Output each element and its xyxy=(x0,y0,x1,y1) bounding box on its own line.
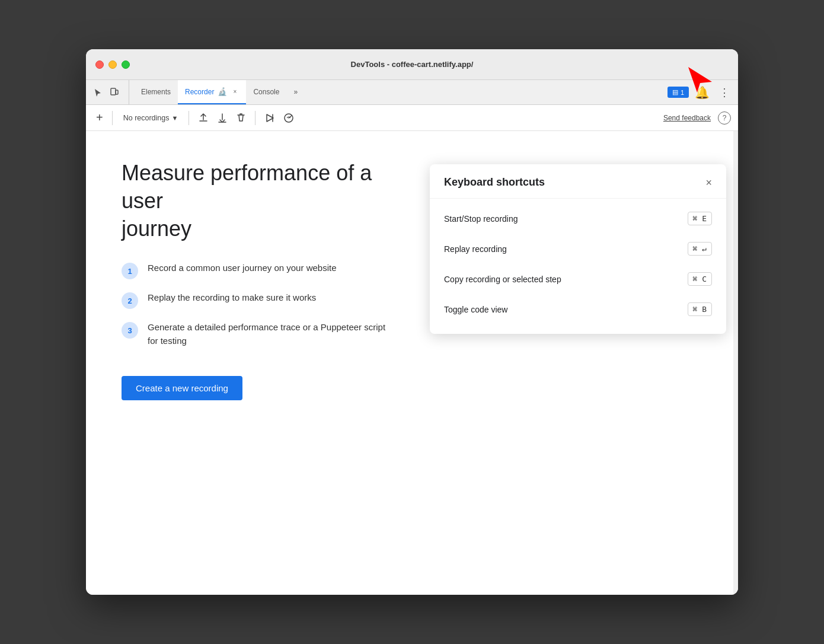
recorder-tab-label: Recorder xyxy=(185,88,214,96)
step-number-3: 3 xyxy=(122,322,138,339)
badge-icon: ▤ xyxy=(672,88,678,96)
tab-elements[interactable]: Elements xyxy=(134,80,178,104)
toolbar-divider-1 xyxy=(112,111,113,125)
trash-icon xyxy=(236,113,246,123)
shortcuts-header: Keyboard shortcuts × xyxy=(430,164,726,199)
shortcut-label-1: Start/Stop recording xyxy=(444,214,518,224)
recorder-toolbar: + No recordings ▼ xyxy=(86,105,738,131)
toolbar-right: Send feedback ? xyxy=(661,111,731,125)
toolbar-divider-3 xyxy=(255,111,255,125)
shortcut-row-1: Start/Stop recording ⌘ E xyxy=(430,203,726,234)
help-button[interactable]: ? xyxy=(718,111,731,125)
scrollbar[interactable] xyxy=(733,131,738,595)
bell-icon-button[interactable]: 🔔 xyxy=(692,83,712,102)
devtools-window: DevTools - coffee-cart.netlify.app/ Elem… xyxy=(86,49,738,595)
download-icon xyxy=(217,113,228,123)
devtools-tab-bar: Elements Recorder 🔬 × Console » ▤ 1 🔔 xyxy=(86,80,738,105)
shortcut-row-2: Replay recording ⌘ ↵ xyxy=(430,234,726,264)
tab-more[interactable]: » xyxy=(286,80,305,104)
cursor-icon[interactable] xyxy=(91,85,105,100)
performance-button[interactable] xyxy=(280,110,297,126)
device-icon[interactable] xyxy=(107,85,122,100)
tab-recorder[interactable]: Recorder 🔬 × xyxy=(178,80,246,104)
more-tabs-label: » xyxy=(293,88,298,96)
console-tab-label: Console xyxy=(253,88,279,96)
elements-tab-label: Elements xyxy=(141,88,171,96)
window-title: DevTools - coffee-cart.netlify.app/ xyxy=(351,60,474,69)
recorder-tab-close[interactable]: × xyxy=(231,88,239,96)
shortcut-key-2: ⌘ ↵ xyxy=(688,242,712,256)
play-icon xyxy=(264,113,275,123)
step-number-1: 1 xyxy=(122,263,138,279)
traffic-lights xyxy=(95,60,130,69)
shortcut-label-4: Toggle code view xyxy=(444,305,507,314)
step-text-1: Record a common user journey on your web… xyxy=(148,262,337,275)
shortcuts-title: Keyboard shortcuts xyxy=(444,176,545,189)
replay-button[interactable] xyxy=(261,110,278,126)
tab-tools xyxy=(91,80,129,104)
create-recording-button[interactable]: Create a new recording xyxy=(122,376,242,400)
shortcut-label-3: Copy recording or selected step xyxy=(444,275,561,284)
step-text-2: Replay the recording to make sure it wor… xyxy=(148,291,316,305)
shortcuts-list: Start/Stop recording ⌘ E Replay recordin… xyxy=(430,199,726,334)
devtools-tabs-right: ▤ 1 🔔 ⋮ xyxy=(667,80,733,104)
step-text-3: Generate a detailed performance trace or… xyxy=(148,321,397,347)
tab-console[interactable]: Console xyxy=(246,80,286,104)
chevron-down-icon: ▼ xyxy=(172,114,178,122)
no-recordings-label: No recordings xyxy=(123,114,170,122)
performance-icon xyxy=(283,113,294,123)
delete-button[interactable] xyxy=(233,110,249,126)
shortcut-label-2: Replay recording xyxy=(444,244,507,254)
shortcuts-panel: Keyboard shortcuts × Start/Stop recordin… xyxy=(430,164,726,334)
shortcut-row-4: Toggle code view ⌘ B xyxy=(430,294,726,324)
add-recording-button[interactable]: + xyxy=(93,108,106,127)
notification-area: 🔔 xyxy=(692,83,712,102)
svg-rect-0 xyxy=(111,88,116,95)
maximize-button[interactable] xyxy=(122,60,130,69)
upload-icon xyxy=(198,113,209,123)
shortcut-key-3: ⌘ C xyxy=(688,272,712,286)
send-feedback-button[interactable]: Send feedback xyxy=(661,111,713,125)
recorder-heading: Measure performance of a user journey xyxy=(122,160,418,243)
toolbar-divider-2 xyxy=(189,111,189,125)
recordings-dropdown[interactable]: No recordings ▼ xyxy=(119,111,183,125)
shortcut-key-4: ⌘ B xyxy=(688,302,712,316)
recorder-tab-icon: 🔬 xyxy=(218,87,227,96)
notifications-badge[interactable]: ▤ 1 xyxy=(667,87,689,98)
close-button[interactable] xyxy=(95,60,104,69)
shortcut-key-1: ⌘ E xyxy=(688,212,712,225)
title-bar: DevTools - coffee-cart.netlify.app/ xyxy=(86,49,738,80)
step-number-2: 2 xyxy=(122,292,138,309)
shortcuts-close-button[interactable]: × xyxy=(705,177,712,188)
svg-rect-1 xyxy=(116,90,118,94)
devtools-more-button[interactable]: ⋮ xyxy=(716,85,733,100)
question-icon: ? xyxy=(723,114,727,122)
export-button[interactable] xyxy=(195,110,212,126)
main-content: Measure performance of a user journey 1 … xyxy=(86,131,738,595)
minimize-button[interactable] xyxy=(108,60,117,69)
plus-icon: + xyxy=(96,111,103,125)
import-button[interactable] xyxy=(214,110,231,126)
badge-count: 1 xyxy=(681,89,684,96)
shortcut-row-3: Copy recording or selected step ⌘ C xyxy=(430,264,726,294)
